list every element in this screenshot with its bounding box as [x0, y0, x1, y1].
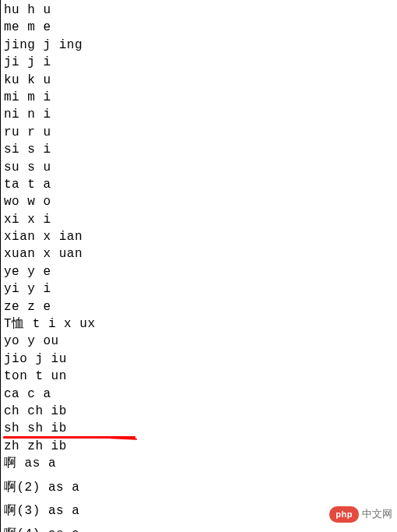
- output-line: su s u: [4, 159, 394, 176]
- output-line: ch ch ib: [4, 403, 394, 420]
- watermark-text: 中文网: [362, 507, 392, 521]
- output-line: sh sh ib: [4, 420, 394, 437]
- output-line: yo y ou: [4, 333, 394, 350]
- output-line: ta t a: [4, 176, 394, 193]
- output-line: xian x ian: [4, 228, 394, 245]
- watermark: php 中文网: [329, 506, 392, 523]
- output-line: 啊(2) as a: [4, 479, 394, 496]
- output-line: ze z e: [4, 298, 394, 315]
- output-line: ye y e: [4, 263, 394, 280]
- output-line: 啊 as a: [4, 455, 394, 472]
- watermark-badge: php: [329, 506, 359, 523]
- output-line: T恤 t i x ux: [4, 315, 394, 333]
- code-output: hu h ume m ejing j ingji j iku k umi m i…: [1, 0, 397, 532]
- output-line: jing j ing: [4, 37, 394, 54]
- output-line: yi y i: [4, 280, 394, 298]
- output-line: ni n i: [4, 106, 394, 123]
- output-line: si s i: [4, 141, 394, 158]
- output-line: hu h u: [4, 2, 394, 19]
- output-line: ji j i: [4, 54, 394, 71]
- output-line: zh zh ib: [4, 438, 394, 455]
- output-line: ton t un: [4, 368, 394, 385]
- output-line: ru r u: [4, 124, 394, 141]
- output-line: mi m i: [4, 89, 394, 106]
- output-line: me m e: [4, 19, 394, 36]
- output-line: 啊(4) as a: [4, 526, 394, 532]
- output-line: xuan x uan: [4, 245, 394, 262]
- output-line: wo w o: [4, 193, 394, 210]
- output-line: ku k u: [4, 72, 394, 89]
- output-line: xi x i: [4, 211, 394, 228]
- output-line: ca c a: [4, 386, 394, 403]
- output-line: jio j iu: [4, 351, 394, 368]
